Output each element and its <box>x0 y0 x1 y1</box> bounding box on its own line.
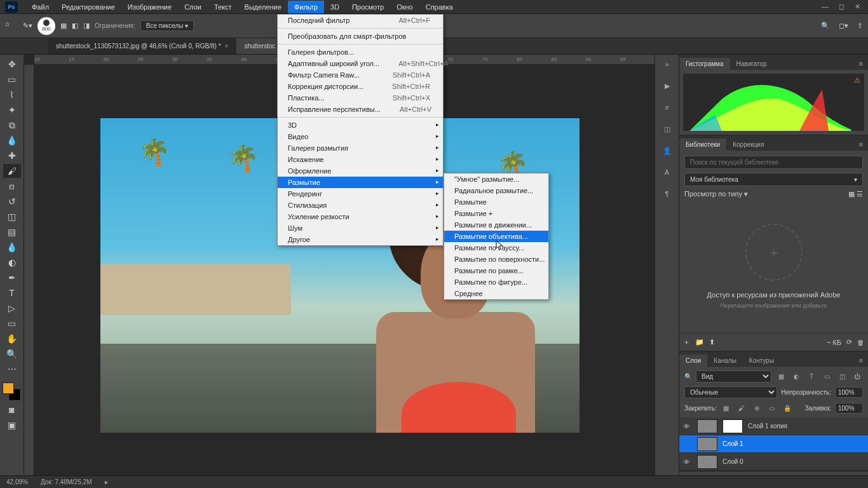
zoom-tool[interactable]: 🔍 <box>3 347 21 361</box>
layer-thumbnail[interactable] <box>697 437 717 451</box>
color-swatches[interactable] <box>3 383 22 402</box>
close-icon[interactable]: ✕ <box>855 3 860 11</box>
visibility-toggle[interactable]: 👁 <box>683 423 692 430</box>
add-asset-icon[interactable]: ＋ <box>683 337 690 347</box>
filter-menu-item[interactable]: Адаптивный широкий угол...Alt+Shift+Ctrl… <box>278 58 443 69</box>
brush-preview[interactable]: 800 <box>37 17 55 35</box>
close-tab-icon[interactable]: × <box>225 43 229 50</box>
panel-menu-icon[interactable]: ≡ <box>854 354 868 367</box>
menu-фильтр[interactable]: Фильтр <box>288 1 324 13</box>
zoom-level[interactable]: 42,09% <box>6 478 28 485</box>
menu-выделение[interactable]: Выделение <box>238 1 288 13</box>
fill-input[interactable] <box>835 403 863 414</box>
filter-menu-item[interactable]: Фильтр Camera Raw...Shift+Ctrl+A <box>278 69 443 81</box>
filter-shape-icon[interactable]: ▭ <box>821 371 832 383</box>
filter-pixel-icon[interactable]: ▦ <box>775 371 787 383</box>
lock-artboard-icon[interactable]: ▭ <box>766 402 778 414</box>
menu-окно[interactable]: Окно <box>390 1 419 13</box>
filter-menu-item[interactable]: Искажение <box>278 154 443 165</box>
filter-menu-item[interactable]: Стилизация <box>278 200 443 211</box>
filter-menu-item[interactable]: Галерея размытия <box>278 142 443 154</box>
marquee-tool[interactable]: ▭ <box>3 72 21 86</box>
menu-слои[interactable]: Слои <box>178 1 208 13</box>
fg-color[interactable] <box>3 383 14 394</box>
history-brush-tool[interactable]: ↺ <box>3 194 21 208</box>
menu-изображение[interactable]: Изображение <box>121 1 178 13</box>
panel-menu-icon[interactable]: ≡ <box>854 57 868 70</box>
dock-play-icon[interactable]: ▶ <box>660 79 674 93</box>
blur-menu-item[interactable]: Радиальное размытие... <box>444 185 548 196</box>
folder-icon[interactable]: 📁 <box>695 338 704 346</box>
panel-menu-icon[interactable]: ≡ <box>854 138 868 151</box>
doc-info-arrow-icon[interactable]: ▸ <box>105 478 108 485</box>
tab-navigator[interactable]: Навигатор <box>730 58 773 70</box>
menu-редактирование[interactable]: Редактирование <box>55 1 121 13</box>
constraint-select[interactable]: Все пикселы ▾ <box>140 20 194 31</box>
filter-menu-item[interactable]: Оформление <box>278 165 443 177</box>
quick-select-tool[interactable]: ✦ <box>3 103 21 117</box>
blur-menu-item[interactable]: Размытие по рамке... <box>444 265 548 276</box>
filter-smart-icon[interactable]: ◫ <box>836 371 848 383</box>
type-tool[interactable]: T <box>3 286 21 300</box>
quick-mask-toggle[interactable]: ◙ <box>3 403 21 417</box>
dock-people-icon[interactable]: 👤 <box>660 144 674 158</box>
filter-menu-item[interactable]: Последний фильтрAlt+Ctrl+F <box>278 15 443 26</box>
eyedropper-tool[interactable]: 💧 <box>3 133 21 147</box>
eraser-tool[interactable]: ◫ <box>3 210 21 224</box>
filter-menu-item[interactable]: Преобразовать для смарт-фильтров <box>278 30 443 42</box>
drop-target-icon[interactable]: ＋ <box>745 224 803 281</box>
shape-tool[interactable]: ▭ <box>3 316 21 330</box>
crop-tool[interactable]: ⧉ <box>3 118 21 132</box>
document-tab[interactable]: shutterstock_1130573132.jpg @ 48,6% (Сло… <box>48 38 236 54</box>
tab-paths[interactable]: Контуры <box>743 355 780 367</box>
blur-menu-item[interactable]: Среднее <box>444 288 548 299</box>
library-search-input[interactable] <box>684 156 863 169</box>
menu-3d[interactable]: 3D <box>324 1 346 13</box>
brush-sample-icon[interactable]: ◨ <box>83 22 90 30</box>
blur-menu-item[interactable]: Размытие по поверхности... <box>444 254 548 265</box>
stamp-tool[interactable]: ⧈ <box>3 179 21 193</box>
layer-thumbnail[interactable] <box>697 419 717 433</box>
share-icon[interactable]: ⇪ <box>857 22 863 30</box>
mask-thumbnail[interactable] <box>722 419 743 433</box>
layer-item[interactable]: 👁Слой 1 копия <box>679 417 868 435</box>
layer-filter-kind[interactable]: Вид <box>696 370 771 383</box>
filter-menu-item[interactable]: Усиление резкости <box>278 211 443 222</box>
filter-menu-item[interactable]: Размытие <box>278 177 443 188</box>
dodge-tool[interactable]: ◐ <box>3 255 21 269</box>
minimize-icon[interactable]: — <box>822 3 829 11</box>
gradient-tool[interactable]: ▤ <box>3 225 21 239</box>
workspace-icon[interactable]: ◻▾ <box>839 22 848 30</box>
grid-view-icon[interactable]: ▦ <box>848 190 855 198</box>
blur-menu-item[interactable]: Размытие в движении... <box>444 219 548 231</box>
more-tools[interactable]: ⋯ <box>3 362 21 376</box>
tab-libraries[interactable]: Библиотеки <box>679 139 726 151</box>
filter-menu-item[interactable]: Другое <box>278 234 443 245</box>
lock-pixels-icon[interactable]: ▦ <box>721 402 732 414</box>
filter-toggle-icon[interactable]: ⏻ <box>851 371 863 383</box>
blur-menu-item[interactable]: Размытие объектива... <box>444 231 548 242</box>
dock-expand-icon[interactable]: » <box>660 57 674 71</box>
blur-menu-item[interactable]: Размытие + <box>444 208 548 219</box>
home-icon[interactable]: ⌂ <box>5 20 18 32</box>
list-view-icon[interactable]: ☰ <box>857 190 863 198</box>
blur-menu-item[interactable]: Размытие по Гауссу... <box>444 242 548 254</box>
layer-item[interactable]: 👁Слой 0 <box>679 453 868 471</box>
dock-type-icon[interactable]: A <box>660 165 674 179</box>
tab-adjustments[interactable]: Коррекция <box>726 139 770 151</box>
visibility-toggle[interactable]: 👁 <box>683 458 692 466</box>
brush-blend-icon[interactable]: ◧ <box>72 22 78 30</box>
dock-layers-icon[interactable]: ◫ <box>660 122 674 136</box>
filter-menu-item[interactable]: Видео <box>278 131 443 142</box>
layer-name[interactable]: Слой 1 копия <box>748 423 787 430</box>
layer-thumbnail[interactable] <box>697 455 717 469</box>
blur-menu-item[interactable]: "Умное" размытие... <box>444 173 548 185</box>
sync-icon[interactable]: ⟳ <box>846 338 852 346</box>
blur-menu-item[interactable]: Размытие по фигуре... <box>444 276 548 288</box>
filter-menu-item[interactable]: Коррекция дисторсии...Shift+Ctrl+R <box>278 81 443 92</box>
filter-menu-item[interactable]: Шум <box>278 222 443 234</box>
menu-просмотр[interactable]: Просмотр <box>346 1 390 13</box>
dock-paragraph-icon[interactable]: ¶ <box>660 187 674 201</box>
filter-menu-item[interactable]: Рендеринг <box>278 188 443 200</box>
blur-tool[interactable]: 💧 <box>3 240 21 254</box>
